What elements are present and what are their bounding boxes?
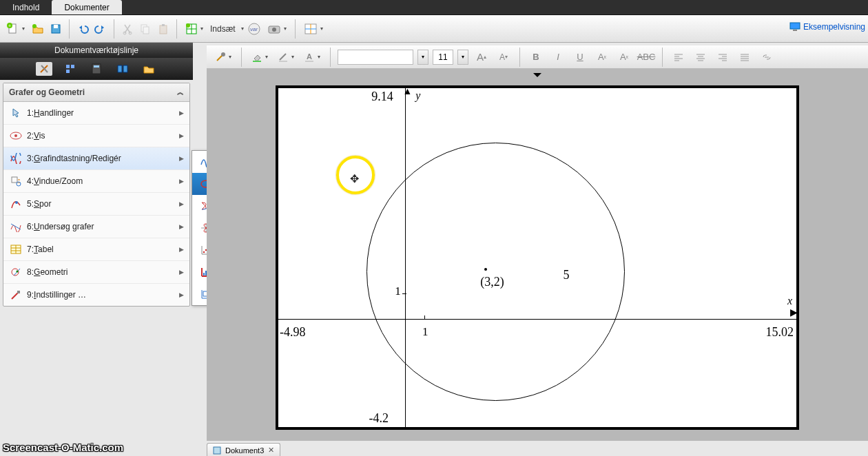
calculator-icon[interactable] bbox=[88, 62, 105, 76]
svg-rect-32 bbox=[12, 177, 17, 183]
variable-button[interactable]: var bbox=[247, 21, 262, 37]
align-right-button[interactable] bbox=[714, 50, 732, 65]
svg-point-15 bbox=[186, 23, 190, 28]
top-tab-bar: Indhold Dokumenter bbox=[0, 0, 868, 15]
align-justify-button[interactable] bbox=[736, 50, 754, 65]
insert-grid-button[interactable]: ▾ bbox=[183, 21, 206, 37]
menu-geometry[interactable]: 8:Geometri▶ bbox=[3, 261, 189, 284]
table-icon bbox=[9, 243, 23, 256]
tab-content[interactable]: Indhold bbox=[0, 0, 52, 14]
font-family-select[interactable] bbox=[338, 50, 413, 65]
x-min-label: -4.98 bbox=[280, 325, 306, 340]
layout-button[interactable]: ▾ bbox=[301, 21, 326, 37]
subscript-button[interactable]: Ax bbox=[615, 50, 633, 65]
tab-documents[interactable]: Dokumenter bbox=[52, 0, 121, 14]
svg-rect-26 bbox=[71, 65, 74, 68]
menu-analyze[interactable]: 6:Undersøg grafer▶ bbox=[3, 216, 189, 238]
monitor-icon bbox=[789, 22, 800, 32]
tools-icon[interactable] bbox=[36, 62, 52, 76]
page-indicator-icon bbox=[533, 73, 541, 77]
svg-rect-29 bbox=[94, 65, 99, 68]
font-size-dropdown[interactable]: ▾ bbox=[457, 50, 468, 65]
insert-label: Indsæt bbox=[210, 24, 236, 34]
superscript-button[interactable]: Ax bbox=[593, 50, 611, 65]
undo-button[interactable] bbox=[75, 21, 90, 37]
svg-rect-5 bbox=[54, 25, 58, 28]
menu-window-zoom[interactable]: 4:Vindue/Zoom▶ bbox=[3, 170, 189, 193]
align-left-button[interactable] bbox=[670, 50, 688, 65]
italic-button[interactable]: I bbox=[549, 50, 567, 65]
menu-table[interactable]: 7:Tabel▶ bbox=[3, 238, 189, 261]
font-increase-button[interactable]: A▴ bbox=[473, 50, 490, 65]
book-icon[interactable] bbox=[114, 62, 131, 76]
doc-icon bbox=[213, 446, 221, 455]
svg-rect-88 bbox=[305, 61, 313, 62]
menu-settings[interactable]: 9:Indstillinger …▶ bbox=[3, 284, 189, 306]
underline-button[interactable]: U bbox=[571, 50, 589, 65]
svg-rect-23 bbox=[790, 23, 800, 29]
doc-toolbar-icons bbox=[0, 58, 193, 80]
tool-wrench-button[interactable]: ▾ bbox=[212, 50, 234, 65]
insert-dropdown[interactable]: ▾ bbox=[241, 25, 244, 32]
copy-button[interactable] bbox=[138, 21, 153, 37]
svg-rect-53 bbox=[203, 273, 205, 276]
watermark: Screencast-O-Matic.com bbox=[3, 442, 123, 453]
text-color-button[interactable]: A▾ bbox=[301, 50, 323, 65]
svg-rect-105 bbox=[214, 447, 220, 454]
svg-text:var: var bbox=[250, 26, 258, 32]
panel-header[interactable]: Grafer og Geometri ︽ bbox=[3, 83, 189, 102]
trace-icon bbox=[9, 198, 23, 210]
align-center-button[interactable] bbox=[692, 50, 710, 65]
left-panel: Dokumentværktøjslinje Grafer og Geometri… bbox=[0, 43, 193, 309]
menu-graph-entry[interactable]: 3:Grafindtastning/Redigér▶ bbox=[3, 147, 189, 170]
y-max-label: 9.14 bbox=[371, 90, 393, 104]
bold-button[interactable]: B bbox=[527, 50, 545, 65]
svg-rect-41 bbox=[17, 291, 20, 293]
svg-point-19 bbox=[272, 28, 276, 32]
svg-point-3 bbox=[32, 24, 37, 28]
link-button[interactable] bbox=[758, 50, 776, 65]
y-arrowhead-icon: ▲ bbox=[402, 85, 412, 96]
svg-text:+: + bbox=[8, 23, 11, 28]
graph-entry-icon bbox=[9, 152, 23, 165]
save-button[interactable] bbox=[48, 21, 63, 37]
menu-actions[interactable]: 1:Handlinger▶ bbox=[3, 102, 189, 125]
font-decrease-button[interactable]: A▾ bbox=[495, 50, 513, 65]
svg-rect-24 bbox=[793, 30, 797, 31]
center-label: (3,2) bbox=[480, 275, 504, 289]
menu-view[interactable]: 2:Vis▶ bbox=[3, 125, 189, 147]
svg-rect-85 bbox=[253, 61, 261, 62]
preview-link[interactable]: Eksempelvisning bbox=[789, 22, 865, 32]
x-arrowhead-icon: ▶ bbox=[790, 307, 798, 318]
y-axis-label: y bbox=[415, 90, 420, 102]
geometry-icon bbox=[9, 266, 23, 278]
paste-button[interactable] bbox=[156, 21, 171, 37]
font-family-dropdown[interactable]: ▾ bbox=[417, 50, 428, 65]
close-tab-button[interactable]: ✕ bbox=[268, 446, 274, 455]
graph-page[interactable]: ▲ ▶ y x 9.14 -4.2 -4.98 15.02 1 1 (3,2) … bbox=[276, 85, 799, 430]
svg-rect-86 bbox=[279, 61, 287, 62]
menu-trace[interactable]: 5:Spor▶ bbox=[3, 193, 189, 216]
new-doc-button[interactable]: +▾ bbox=[4, 21, 28, 37]
open-doc-button[interactable] bbox=[30, 21, 45, 37]
y-min-label: -4.2 bbox=[369, 411, 389, 426]
panel-collapse-icon[interactable]: ︽ bbox=[177, 87, 184, 97]
cut-button[interactable] bbox=[120, 21, 135, 37]
strikethrough-button[interactable]: ABC bbox=[637, 50, 655, 65]
graph-circle[interactable] bbox=[366, 143, 625, 401]
main-toolbar: +▾ ▾ Indsæt ▾ var ▾ ▾ Eksempelvisning bbox=[0, 15, 868, 43]
line-color-button[interactable]: ▾ bbox=[275, 50, 297, 65]
folder-icon[interactable] bbox=[141, 62, 157, 76]
settings-icon bbox=[9, 289, 23, 301]
redo-button[interactable] bbox=[93, 21, 108, 37]
svg-point-47 bbox=[203, 251, 205, 253]
svg-rect-11 bbox=[162, 24, 165, 26]
page-sorter-icon[interactable] bbox=[62, 62, 79, 76]
fill-color-button[interactable]: ▾ bbox=[249, 50, 271, 65]
font-size-input[interactable]: 11 bbox=[433, 50, 453, 65]
document-tab[interactable]: Dokument3 ✕ bbox=[207, 443, 280, 456]
camera-button[interactable]: ▾ bbox=[265, 21, 289, 37]
svg-rect-27 bbox=[66, 70, 70, 73]
svg-rect-25 bbox=[66, 65, 70, 68]
svg-point-34 bbox=[15, 201, 18, 204]
